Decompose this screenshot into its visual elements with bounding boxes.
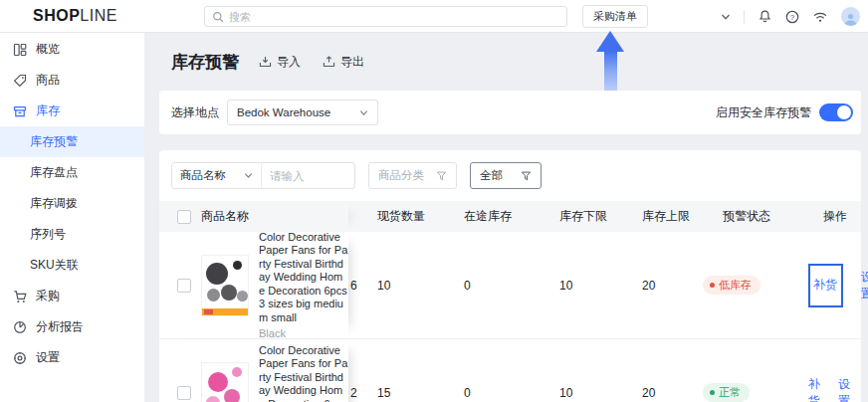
status-filter-button[interactable]: 全部	[470, 162, 542, 189]
wifi-icon[interactable]	[812, 10, 828, 23]
table-row: Color Decorative Paper Fans for Party Fe…	[159, 232, 861, 339]
actions-cell: 补货 设置	[808, 376, 864, 402]
category-filter-label: 商品分类	[378, 168, 424, 183]
sidebar-item-label: 库存	[36, 102, 60, 119]
status-cell: 低库存	[697, 276, 808, 295]
restock-link[interactable]: 补货	[808, 376, 820, 402]
settings-link[interactable]: 设置	[861, 269, 868, 302]
filter-bar: 商品名称 商品分类 全部	[159, 162, 861, 189]
lower-limit: 10	[553, 279, 641, 293]
location-select[interactable]: Bedok Warehouse	[227, 100, 378, 125]
sidebar-item-products[interactable]: 商品	[0, 65, 144, 96]
topbar: SHOPLINE 采购清单 ?	[0, 0, 868, 33]
chevron-down-icon	[244, 171, 253, 180]
table-row: Color Decorative Paper Fans for Party Fe…	[159, 339, 861, 402]
keyword-filter: 商品名称	[171, 162, 355, 189]
import-label: 导入	[277, 54, 301, 71]
location-card: 选择地点 Bedok Warehouse 启用安全库存预警	[159, 91, 861, 134]
inventory-submenu: 库存预警 库存盘点 库存调拨 序列号 SKU关联	[0, 126, 144, 281]
in-transit-qty: 0	[458, 279, 553, 293]
actions-cell: 补货 设置	[808, 264, 868, 307]
clipped-value: 2	[348, 386, 374, 400]
status-badge: 低库存	[703, 276, 760, 295]
cart-icon	[13, 290, 27, 303]
toggle-knob	[837, 105, 851, 119]
import-icon	[259, 56, 272, 68]
avatar[interactable]	[841, 7, 860, 26]
import-button[interactable]: 导入	[259, 54, 301, 71]
sidebar-item-transfer[interactable]: 库存调拨	[0, 188, 144, 219]
gear-icon	[13, 351, 27, 365]
sidebar-item-settings[interactable]: 设置	[0, 342, 144, 373]
available-qty: 10	[374, 279, 458, 293]
topbar-actions: ?	[721, 0, 860, 33]
shopline-logo[interactable]: SHOPLINE	[33, 7, 117, 25]
funnel-icon	[521, 171, 532, 181]
product-variant: Black	[259, 327, 348, 339]
product-image	[201, 255, 249, 316]
location-label: 选择地点	[171, 104, 219, 121]
sidebar-item-label: 采购	[36, 288, 60, 304]
search-input[interactable]	[229, 11, 559, 23]
main-content: 库存预警 导入 导出 选择地点 Bedok War	[144, 33, 868, 402]
pie-chart-icon	[13, 320, 27, 334]
sidebar-item-label: 设置	[36, 349, 60, 366]
svg-text:?: ?	[790, 12, 795, 21]
logo-text-light: LINE	[80, 7, 117, 24]
keyword-input[interactable]	[262, 170, 354, 182]
settings-link[interactable]: 设置	[838, 376, 850, 402]
restock-link[interactable]: 补货	[813, 277, 837, 294]
header-in-transit: 在途库存	[458, 208, 553, 225]
header-alert-status: 预警状态	[697, 208, 808, 225]
header-available-qty: 现货数量	[374, 208, 458, 225]
overview-icon	[13, 43, 27, 57]
sidebar-item-overview[interactable]: 概览	[0, 34, 144, 65]
clipped-value: 6	[348, 279, 374, 293]
status-badge: 正常	[703, 383, 750, 402]
bell-icon[interactable]	[758, 9, 772, 24]
select-all-checkbox[interactable]	[177, 210, 191, 224]
row-checkbox[interactable]	[177, 279, 191, 293]
chevron-down-icon[interactable]	[721, 12, 731, 22]
purchase-list-button[interactable]: 采购清单	[582, 5, 648, 28]
upper-limit: 20	[641, 279, 697, 293]
lower-limit: 10	[553, 386, 641, 400]
sidebar-item-label: 商品	[36, 72, 60, 89]
sidebar-item-serial-number[interactable]: 序列号	[0, 219, 144, 250]
product-image	[201, 362, 249, 402]
export-button[interactable]: 导出	[323, 54, 364, 71]
table-header-row: 商品名称 现货数量 在途库存 库存下限 库存上限 预警状态 操作	[159, 201, 861, 232]
upper-limit: 20	[641, 386, 697, 400]
status-filter-label: 全部	[480, 168, 503, 183]
divider	[744, 10, 745, 24]
product-title[interactable]: Color Decorative Paper Fans for Party Fe…	[259, 344, 348, 402]
inventory-table: 商品名称 现货数量 在途库存 库存下限 库存上限 预警状态 操作	[159, 201, 861, 402]
global-search[interactable]	[204, 6, 567, 27]
available-qty: 15	[374, 386, 458, 400]
category-filter-button[interactable]: 商品分类	[368, 162, 457, 189]
column-label: 商品名称	[201, 208, 249, 225]
sidebar-item-inventory-alert[interactable]: 库存预警	[0, 126, 144, 157]
sidebar-item-inventory[interactable]: 库存	[0, 96, 144, 126]
status-cell: 正常	[697, 383, 808, 402]
product-title[interactable]: Color Decorative Paper Fans for Party Fe…	[259, 231, 348, 325]
search-icon	[212, 11, 224, 23]
inventory-table-card: 商品名称 商品分类 全部	[159, 150, 861, 402]
product-cell: Color Decorative Paper Fans for Party Fe…	[159, 339, 348, 402]
chevron-down-icon	[359, 108, 368, 117]
sidebar-item-label: 概览	[36, 41, 60, 58]
tag-icon	[13, 74, 27, 88]
filter-field-select[interactable]: 商品名称	[172, 163, 262, 188]
row-checkbox[interactable]	[177, 386, 191, 400]
sidebar-item-stocktake[interactable]: 库存盘点	[0, 157, 144, 188]
safety-stock-toggle[interactable]	[819, 103, 853, 121]
sidebar-item-label: 分析报告	[36, 318, 84, 335]
sidebar-item-sku-link[interactable]: SKU关联	[0, 250, 144, 281]
sidebar-item-procurement[interactable]: 采购	[0, 281, 144, 311]
filter-field-value: 商品名称	[180, 168, 226, 183]
app-window: SHOPLINE 采购清单 ?	[0, 0, 868, 402]
help-icon[interactable]: ?	[785, 10, 799, 24]
header-lower-limit: 库存下限	[553, 208, 641, 225]
export-icon	[323, 56, 335, 68]
sidebar-item-analytics[interactable]: 分析报告	[0, 311, 144, 342]
